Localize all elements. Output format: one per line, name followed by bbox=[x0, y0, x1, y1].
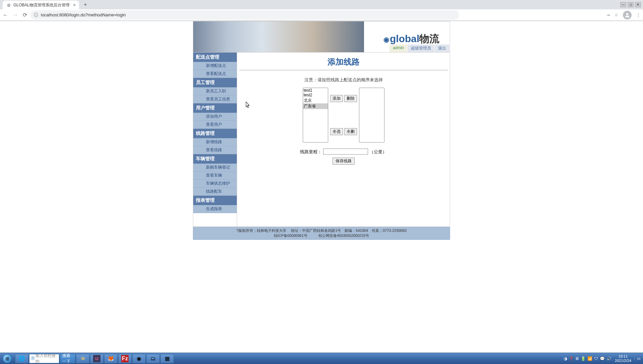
remove-button[interactable]: 删除 bbox=[344, 95, 357, 102]
sidebar: 配送点管理新增配送点查看配送点员工管理新员工入职查看员工信息用户管理添加用户查看… bbox=[193, 53, 237, 226]
menu-header: 用户管理 bbox=[193, 103, 237, 113]
selected-list bbox=[359, 88, 384, 143]
menu-header: 配送点管理 bbox=[193, 53, 237, 62]
menu-header: 报表管理 bbox=[193, 196, 237, 205]
banner-image bbox=[193, 21, 364, 52]
svg-point-0 bbox=[626, 13, 628, 15]
available-select[interactable]: test1test2北京广东省 bbox=[303, 88, 328, 143]
menu-item[interactable]: 添加用户 bbox=[193, 113, 237, 121]
menu-item[interactable]: 车辆状态维护 bbox=[193, 180, 237, 188]
menu-item[interactable]: 新购车辆登记 bbox=[193, 164, 237, 172]
save-route-button[interactable]: 保存线路 bbox=[333, 158, 355, 165]
select-all-button[interactable]: 全选 bbox=[330, 128, 343, 135]
globe-icon: ◍ bbox=[6, 2, 11, 8]
reload-button[interactable]: ⟳ bbox=[23, 12, 27, 18]
tab-title: GLOBAL物流管理系统后台管理 bbox=[13, 2, 70, 8]
logo: ◉global物流 bbox=[383, 32, 439, 46]
footer-line-2: 桂ICP备05000961号 桂公网安备45030502000232号 bbox=[193, 233, 450, 238]
menu-item[interactable]: 新员工入职 bbox=[193, 87, 237, 95]
menu-header: 车辆管理 bbox=[193, 154, 237, 164]
menu-item[interactable]: 查看配送点 bbox=[193, 70, 237, 78]
url-text: localhost:8080/login.do?methodName=login bbox=[41, 12, 126, 17]
close-window-button[interactable]: ✕ bbox=[635, 2, 641, 7]
close-icon[interactable]: × bbox=[73, 2, 76, 8]
user-role: 超级管理员 bbox=[408, 44, 435, 52]
menu-item[interactable]: 新增线路 bbox=[193, 138, 237, 146]
current-user: admin bbox=[389, 44, 408, 52]
bookmark-icon[interactable]: ☆ bbox=[615, 13, 618, 17]
page-container: ◉global物流 admin 超级管理员 退出 配送点管理新增配送点查看配送点… bbox=[193, 21, 450, 240]
menu-item[interactable]: 查看车辆 bbox=[193, 172, 237, 180]
distance-row: 线路里程： （公里） bbox=[237, 143, 450, 157]
remove-all-button[interactable]: 全删 bbox=[344, 128, 357, 135]
page-title: 添加线路 bbox=[239, 53, 448, 70]
selected-select[interactable] bbox=[359, 88, 384, 143]
banner-right: ◉global物流 admin 超级管理员 退出 bbox=[364, 21, 450, 52]
transfer-buttons: 添加 删除 全选 全删 bbox=[330, 88, 357, 143]
logout-link[interactable]: 退出 bbox=[435, 44, 450, 52]
globe-logo-icon: ◉ bbox=[383, 36, 389, 43]
footer-line-1: ?版权所有：桂林电子科技大学 校址：中国广西桂林金鸡路1号 邮编：541004 … bbox=[193, 228, 450, 233]
window-controls: — ◻ ✕ bbox=[620, 2, 643, 7]
save-row: 保存线路 bbox=[237, 157, 450, 181]
content-area: 添加线路 注意：请按照线路上配送点的顺序来选择 test1test2北京广东省 … bbox=[237, 53, 450, 226]
distance-input[interactable] bbox=[323, 149, 368, 155]
info-icon: ⓘ bbox=[34, 12, 38, 18]
menu-item[interactable]: 生成报表 bbox=[193, 205, 237, 213]
distance-unit: （公里） bbox=[369, 149, 387, 154]
menu-icon[interactable]: ⋮ bbox=[636, 13, 640, 17]
back-button[interactable]: ← bbox=[3, 12, 8, 18]
menu-item[interactable]: 查看用户 bbox=[193, 121, 237, 129]
dual-list-selector: test1test2北京广东省 添加 删除 全选 全删 bbox=[237, 88, 450, 143]
url-bar[interactable]: ⓘ localhost:8080/login.do?methodName=log… bbox=[30, 10, 459, 20]
footer: ?版权所有：桂林电子科技大学 校址：中国广西桂林金鸡路1号 邮编：541004 … bbox=[193, 227, 450, 240]
browser-toolbar: ← → ⟳ ⓘ localhost:8080/login.do?methodNa… bbox=[0, 9, 643, 21]
menu-header: 员工管理 bbox=[193, 78, 237, 87]
distance-label: 线路里程： bbox=[300, 149, 322, 154]
browser-tab[interactable]: ◍ GLOBAL物流管理系统后台管理 × bbox=[3, 1, 79, 9]
profile-avatar[interactable] bbox=[623, 11, 632, 19]
notice-text: 注意：请按照线路上配送点的顺序来选择 bbox=[237, 70, 450, 88]
user-strip: admin 超级管理员 退出 bbox=[389, 44, 450, 52]
browser-chrome: ◍ GLOBAL物流管理系统后台管理 × + — ◻ ✕ ← → ⟳ ⓘ loc… bbox=[0, 0, 643, 21]
menu-item[interactable]: 查看员工信息 bbox=[193, 95, 237, 103]
minimize-button[interactable]: — bbox=[620, 2, 626, 7]
new-tab-button[interactable]: + bbox=[82, 2, 89, 8]
add-button[interactable]: 添加 bbox=[330, 95, 343, 102]
menu-header: 线路管理 bbox=[193, 129, 237, 138]
main-layout: 配送点管理新增配送点查看配送点员工管理新员工入职查看员工信息用户管理添加用户查看… bbox=[193, 52, 450, 227]
menu-item[interactable]: 线路配车 bbox=[193, 188, 237, 196]
menu-item[interactable]: 新增配送点 bbox=[193, 62, 237, 70]
key-icon[interactable]: ⊸ bbox=[606, 13, 610, 17]
cursor-icon bbox=[246, 102, 251, 108]
menu-item[interactable]: 查看线路 bbox=[193, 146, 237, 154]
forward-button[interactable]: → bbox=[13, 12, 18, 18]
tab-bar: ◍ GLOBAL物流管理系统后台管理 × + — ◻ ✕ bbox=[0, 0, 643, 9]
header-banner: ◉global物流 admin 超级管理员 退出 bbox=[193, 21, 450, 52]
maximize-button[interactable]: ◻ bbox=[628, 2, 634, 7]
available-list: test1test2北京广东省 bbox=[303, 88, 328, 143]
